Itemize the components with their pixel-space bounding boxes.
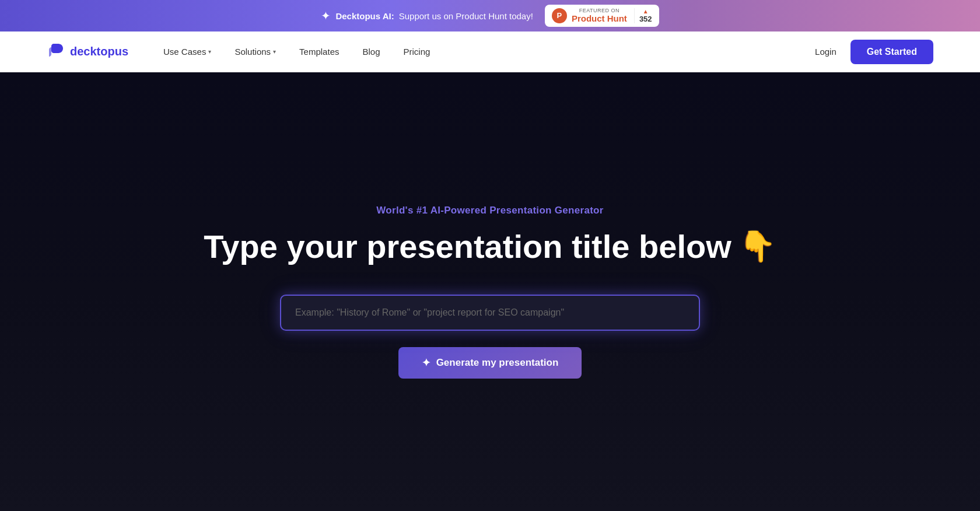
- nav-templates-label: Templates: [299, 47, 339, 57]
- ph-count-block: ▲ 352: [634, 8, 652, 23]
- ph-logo-icon: P: [552, 8, 567, 23]
- nav-item-use-cases[interactable]: Use Cases ▾: [163, 47, 211, 57]
- ph-vote-count: 352: [639, 15, 652, 23]
- hero-subtitle: World's #1 AI-Powered Presentation Gener…: [376, 205, 603, 216]
- nav-links: Use Cases ▾ Solutions ▾ Templates Blog P…: [163, 47, 815, 57]
- nav-item-solutions[interactable]: Solutions ▾: [235, 47, 276, 57]
- nav-use-cases-label: Use Cases: [163, 47, 206, 57]
- ph-text-block: FEATURED ON Product Hunt: [572, 8, 627, 24]
- login-button[interactable]: Login: [815, 47, 836, 57]
- generate-button-label: Generate my presentation: [436, 357, 559, 369]
- nav-solutions-label: Solutions: [235, 47, 271, 57]
- logo-text: decktopus: [70, 45, 128, 58]
- nav-blog-label: Blog: [362, 47, 380, 57]
- ph-upvote-icon: ▲: [643, 8, 649, 15]
- hero-pointing-emoji: 👇: [738, 229, 776, 264]
- banner-message: Support us on Product Hunt today!: [399, 11, 533, 21]
- get-started-button[interactable]: Get Started: [850, 40, 933, 64]
- nav-right: Login Get Started: [815, 40, 933, 64]
- presentation-title-input[interactable]: [280, 295, 700, 331]
- logo-icon: [47, 43, 65, 61]
- product-hunt-badge[interactable]: P FEATURED ON Product Hunt ▲ 352: [545, 5, 659, 27]
- chevron-down-icon: ▾: [273, 48, 276, 55]
- ph-featured-label: FEATURED ON: [572, 8, 627, 14]
- hero-title: Type your presentation title below 👇: [204, 228, 776, 265]
- nav-item-pricing[interactable]: Pricing: [404, 47, 430, 57]
- generate-button[interactable]: ✦ Generate my presentation: [398, 347, 582, 379]
- sparkle-icon: ✦: [422, 356, 430, 369]
- ph-name-label: Product Hunt: [572, 13, 627, 24]
- banner-star-icon: ✦: [321, 9, 331, 23]
- chevron-down-icon: ▾: [208, 48, 211, 55]
- logo-link[interactable]: decktopus: [47, 43, 128, 61]
- navbar: decktopus Use Cases ▾ Solutions ▾ Templa…: [0, 32, 980, 72]
- hero-title-text: Type your presentation title below: [204, 228, 731, 265]
- nav-item-templates[interactable]: Templates: [299, 47, 339, 57]
- hero-section: World's #1 AI-Powered Presentation Gener…: [0, 72, 980, 511]
- banner-brand: Decktopus AI:: [335, 11, 394, 21]
- nav-item-blog[interactable]: Blog: [362, 47, 380, 57]
- search-input-wrapper: [280, 295, 700, 331]
- top-banner: ✦ Decktopus AI: Support us on Product Hu…: [0, 0, 980, 32]
- nav-pricing-label: Pricing: [404, 47, 430, 57]
- banner-text: ✦ Decktopus AI: Support us on Product Hu…: [321, 9, 533, 23]
